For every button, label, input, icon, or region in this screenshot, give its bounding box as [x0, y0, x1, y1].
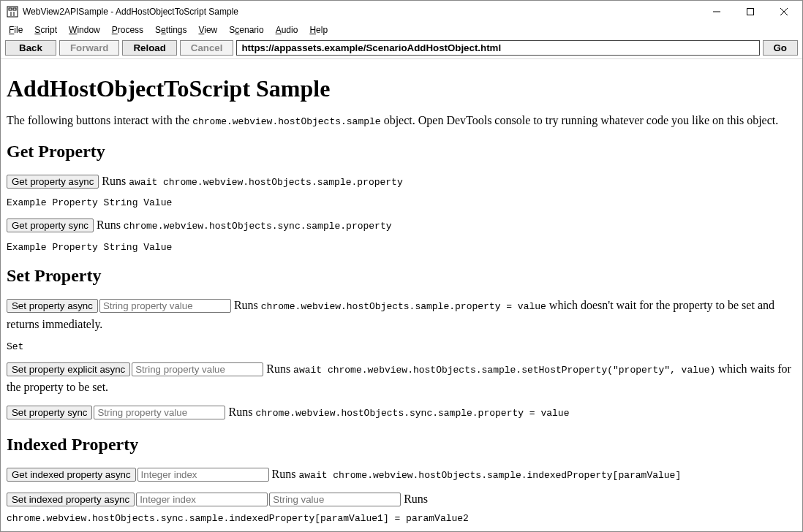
window-buttons [700, 1, 801, 23]
set-property-async-button[interactable]: Set property async [7, 299, 98, 313]
menu-view[interactable]: View [193, 24, 222, 36]
code-idx-get-async: await chrome.webview.hostObjects.sample.… [299, 470, 682, 481]
code-get-sync: chrome.webview.hostObjects.sync.sample.p… [124, 221, 392, 232]
section-set-property: Set Property [7, 266, 796, 286]
menu-scenario[interactable]: Scenario [224, 24, 268, 36]
result-get-async: Example Property String Value [7, 197, 796, 208]
intro-code: chrome.webview.hostObjects.sample [192, 116, 380, 127]
set-property-async-input[interactable] [99, 299, 231, 313]
row-set-sync: Set property sync Runs chrome.webview.ho… [7, 403, 796, 422]
row-idx-get-async: Get indexed property async Runs await ch… [7, 465, 796, 484]
section-get-property: Get Property [7, 142, 796, 162]
intro-text-pre: The following buttons interact with the [7, 114, 192, 126]
set-property-explicit-async-button[interactable]: Set property explicit async [7, 362, 130, 376]
minimize-button[interactable] [700, 1, 734, 23]
menu-script[interactable]: Script [29, 24, 62, 36]
section-indexed-property: Indexed Property [7, 435, 796, 455]
cancel-button[interactable]: Cancel [180, 40, 234, 56]
code-idx-set-async: chrome.webview.hostObjects.sync.sample.i… [7, 513, 469, 524]
page-title: AddHostObjectToScript Sample [7, 75, 796, 102]
forward-button[interactable]: Forward [59, 40, 119, 56]
code-set-explicit: await chrome.webview.hostObjects.sample.… [293, 365, 715, 376]
idx-set-value-input[interactable] [269, 493, 401, 506]
page-content: AddHostObjectToScript Sample The followi… [1, 59, 802, 531]
result-set-async: Set [7, 341, 796, 352]
row-idx-set-async: Set indexed property async Runs chrome.w… [7, 490, 796, 527]
webview-viewport[interactable]: AddHostObjectToScript Sample The followi… [1, 58, 802, 531]
runs-label: Runs [263, 362, 293, 375]
address-text: https://appassets.example/ScenarioAddHos… [241, 42, 501, 53]
row-set-async: Set property async Runs chrome.webview.h… [7, 296, 796, 333]
go-button[interactable]: Go [763, 40, 798, 56]
code-set-sync: chrome.webview.hostObjects.sync.sample.p… [255, 408, 569, 419]
get-property-async-button[interactable]: Get property async [7, 175, 99, 189]
runs-label: Runs [269, 468, 299, 480]
svg-rect-6 [747, 9, 754, 15]
row-set-explicit: Set property explicit async Runs await c… [7, 360, 796, 397]
menu-process[interactable]: Process [107, 24, 148, 36]
get-property-sync-button[interactable]: Get property sync [7, 218, 94, 232]
maximize-button[interactable] [734, 1, 767, 23]
menu-help[interactable]: Help [304, 24, 333, 36]
result-get-sync: Example Property String Value [7, 242, 796, 253]
menu-settings[interactable]: Settings [150, 24, 192, 36]
idx-get-index-input[interactable] [137, 468, 269, 482]
window-title: WebView2APISample - AddHostObjectToScrip… [23, 7, 700, 17]
code-set-async: chrome.webview.hostObjects.sample.proper… [261, 301, 546, 312]
nav-toolbar: Back Forward Reload Cancel https://appas… [1, 37, 802, 58]
code-get-async: await chrome.webview.hostObjects.sample.… [129, 177, 402, 188]
idx-set-index-input[interactable] [136, 493, 268, 506]
runs-label: Runs [225, 406, 255, 418]
runs-label: Runs [401, 493, 428, 505]
menu-window[interactable]: Window [64, 24, 105, 36]
set-property-sync-button[interactable]: Set property sync [7, 406, 92, 419]
close-button[interactable] [767, 1, 801, 23]
menu-audio[interactable]: Audio [271, 24, 304, 36]
app-icon [7, 6, 18, 18]
runs-label: Runs [94, 218, 124, 231]
address-bar[interactable]: https://appassets.example/ScenarioAddHos… [236, 40, 759, 56]
svg-rect-1 [9, 8, 12, 10]
reload-button[interactable]: Reload [122, 40, 176, 56]
intro-paragraph: The following buttons interact with the … [7, 113, 796, 129]
set-indexed-property-async-button[interactable]: Set indexed property async [7, 493, 135, 506]
runs-label: Runs [99, 175, 129, 187]
menu-file[interactable]: File [4, 24, 28, 36]
get-indexed-property-async-button[interactable]: Get indexed property async [7, 468, 136, 482]
runs-label: Runs [231, 299, 261, 311]
intro-text-post: object. Open DevTools console to try run… [381, 114, 779, 126]
title-bar: WebView2APISample - AddHostObjectToScrip… [1, 1, 802, 23]
menu-bar: FileScriptWindowProcessSettingsViewScena… [1, 23, 802, 37]
row-get-async: Get property async Runs await chrome.web… [7, 172, 796, 191]
back-button[interactable]: Back [5, 40, 56, 56]
set-property-sync-input[interactable] [94, 406, 225, 419]
set-property-explicit-input[interactable] [132, 362, 263, 376]
row-get-sync: Get property sync Runs chrome.webview.ho… [7, 216, 796, 235]
app-window: WebView2APISample - AddHostObjectToScrip… [0, 0, 803, 532]
svg-rect-2 [13, 8, 16, 10]
